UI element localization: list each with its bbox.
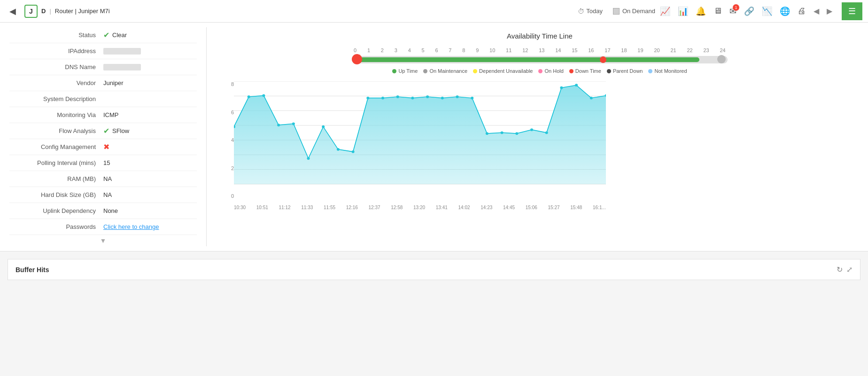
label-polling-interval: Polling Interval (mins): [9, 159, 103, 166]
svg-point-27: [515, 132, 518, 135]
globe-icon[interactable]: 🌐: [780, 6, 790, 16]
config-management-icon: ✖: [103, 142, 109, 151]
svg-point-29: [545, 131, 548, 134]
devices-icon[interactable]: 🖥: [713, 6, 722, 16]
x-label-1402: 14:02: [458, 205, 470, 210]
nav-prev-button[interactable]: ◀: [811, 5, 822, 17]
x-label-1216: 12:16: [346, 205, 358, 210]
buffer-expand-icon[interactable]: ⤢: [846, 265, 852, 274]
x-label-1423: 14:23: [480, 205, 492, 210]
label-dnsname: DNS Name: [9, 63, 103, 70]
legend-dependent-dot: [473, 69, 477, 73]
toolbar-icons: 📈 📊 🔔 🖥 ✉ 1 🔗 📉 🌐 🖨: [660, 6, 806, 16]
value-ram: NA: [103, 175, 197, 182]
timeline-legend: Up Time On Maintenance Dependent Unavail…: [352, 68, 728, 74]
chart-icon[interactable]: 📈: [660, 6, 670, 16]
on-demand-toggle[interactable]: On Demand: [613, 8, 655, 15]
device-letter: J: [29, 8, 33, 15]
property-hard-disk-size: Hard Disk Size (GB) NA: [9, 187, 197, 203]
property-dnsname: DNS Name: [9, 59, 197, 75]
analytics-icon[interactable]: 📉: [762, 6, 772, 16]
legend-downtime: Down Time: [569, 68, 601, 74]
legend-notmonitored-label: Not Monitored: [654, 68, 687, 74]
mail-icon[interactable]: ✉ 1: [729, 6, 736, 16]
chart-area: [234, 85, 606, 184]
svg-point-26: [501, 131, 504, 134]
property-ipaddress: IPAddress: [9, 43, 197, 59]
svg-point-18: [381, 97, 384, 100]
value-uplink-dependency: None: [103, 207, 197, 214]
x-label-1133: 11:33: [301, 205, 313, 210]
downtime-marker: [600, 56, 606, 63]
scroll-indicator: ▼: [9, 235, 197, 246]
value-monitoring-via: ICMP: [103, 111, 197, 118]
svg-point-13: [307, 157, 310, 160]
nav-buttons: ◀ ▶: [811, 5, 835, 17]
terminal-icon[interactable]: 🖨: [798, 6, 806, 16]
graph-icon[interactable]: 📊: [678, 6, 688, 16]
timeline-numbers: 012 345 678 91011 121314 151617 181920 2…: [352, 47, 728, 53]
hard-disk-size-text: NA: [103, 191, 112, 198]
property-uplink-dependency: Uplink Dependency None: [9, 203, 197, 219]
left-panel: Status ✔ Clear IPAddress DNS Name: [0, 27, 207, 246]
label-uplink-dependency: Uplink Dependency: [9, 207, 103, 214]
availability-title: Availability Time Line: [221, 32, 859, 40]
legend-dependent-label: Dependent Unavailable: [479, 68, 533, 74]
property-ram: RAM (MB) NA: [9, 171, 197, 187]
legend-notmonitored-dot: [648, 69, 652, 73]
x-label-1548: 15:48: [570, 205, 582, 210]
svg-point-9: [248, 95, 250, 98]
legend-onhold-dot: [538, 69, 542, 73]
chart-svg: [234, 81, 606, 199]
flow-analysis-icon: ✔: [103, 126, 109, 135]
device-name: D: [41, 8, 46, 15]
svg-point-11: [277, 124, 280, 126]
svg-point-30: [560, 86, 563, 89]
property-config-management: Config Management ✖: [9, 139, 197, 155]
link-icon[interactable]: 🔗: [744, 6, 754, 16]
y-axis-labels: 8 6 4 2 0: [221, 81, 234, 199]
property-vendor: Vendor Juniper: [9, 75, 197, 91]
legend-maintenance: On Maintenance: [423, 68, 467, 74]
downtime-start-marker: [352, 54, 362, 64]
ram-text: NA: [103, 175, 112, 182]
monitoring-via-text: ICMP: [103, 111, 119, 118]
x-label-1112: 11:12: [279, 205, 291, 210]
label-hard-disk-size: Hard Disk Size (GB): [9, 191, 103, 198]
pipe-separator: |: [49, 8, 51, 15]
menu-button[interactable]: ☰: [842, 2, 862, 20]
svg-point-23: [456, 95, 459, 98]
label-monitoring-via: Monitoring Via: [9, 111, 103, 118]
x-label-1155: 11:55: [324, 205, 335, 210]
buffer-refresh-icon[interactable]: ↻: [837, 265, 843, 274]
nav-next-button[interactable]: ▶: [824, 5, 835, 17]
svg-point-31: [575, 84, 578, 86]
svg-point-16: [352, 150, 355, 153]
label-flow-analysis: Flow Analysis: [9, 127, 103, 134]
label-ram: RAM (MB): [9, 175, 103, 182]
legend-uptime-label: Up Time: [398, 68, 418, 74]
uptime-segment: [354, 57, 699, 62]
x-label-161x: 16:1...: [593, 205, 606, 210]
x-label-1320: 13:20: [413, 205, 425, 210]
svg-point-15: [337, 148, 340, 151]
value-polling-interval: 15: [103, 159, 197, 166]
vendor-text: Juniper: [103, 79, 124, 86]
passwords-link[interactable]: Click here to change: [103, 223, 159, 230]
value-vendor: Juniper: [103, 79, 197, 86]
property-system-description: System Description: [9, 91, 197, 107]
property-status: Status ✔ Clear: [9, 27, 197, 43]
value-config-management: ✖: [103, 142, 197, 151]
svg-point-25: [486, 132, 488, 135]
time-label: Today: [586, 8, 603, 15]
timeline-bar: [352, 56, 728, 63]
value-passwords[interactable]: Click here to change: [103, 223, 197, 230]
back-button[interactable]: ◀: [6, 4, 20, 18]
label-status: Status: [9, 31, 103, 39]
legend-uptime-dot: [392, 69, 396, 73]
label-config-management: Config Management: [9, 143, 103, 150]
demand-checkbox[interactable]: [613, 8, 620, 15]
time-filter[interactable]: ⏱ Today: [578, 8, 603, 15]
bell-icon[interactable]: 🔔: [696, 6, 706, 16]
legend-onhold-label: On Hold: [544, 68, 563, 74]
